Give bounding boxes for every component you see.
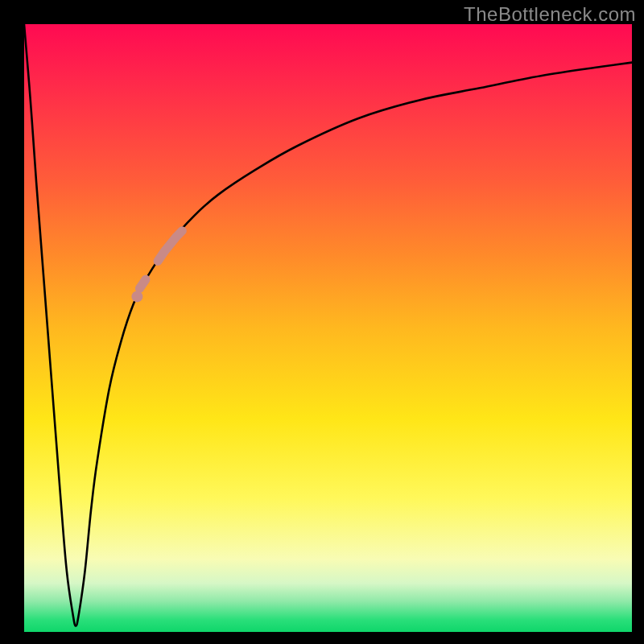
plot-area [24, 24, 632, 632]
highlight-segment-path [139, 231, 182, 289]
chart-frame: TheBottleneck.com [0, 0, 644, 644]
highlight-dot-lower [131, 291, 142, 302]
watermark-text: TheBottleneck.com [464, 3, 636, 26]
bottleneck-curve-path [24, 24, 632, 626]
curve-svg [24, 24, 632, 632]
